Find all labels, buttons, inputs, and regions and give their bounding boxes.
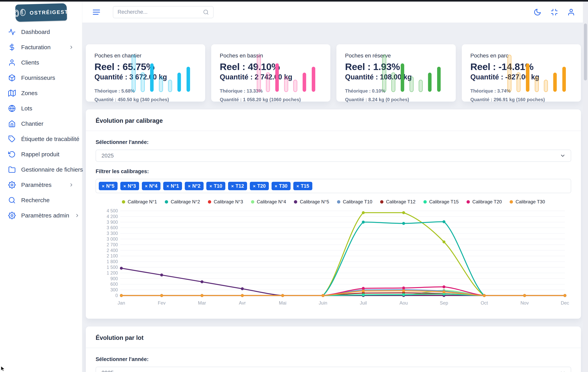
tag-label: T12 [235,184,244,188]
sidebar-item-dashboard[interactable]: Dashboard [0,24,82,40]
calibrage-tag-t30[interactable]: ×T30 [272,182,291,190]
svg-text:1 500: 1 500 [107,265,118,270]
stat-card-quantity-detail: Quantité : 8.24 kg (0 poches) [345,97,447,102]
calibrage-year-select[interactable]: 2025 [96,150,571,162]
remove-tag-icon[interactable]: × [231,184,234,188]
sidebar-item-label: Zones [21,90,37,97]
svg-text:Sep: Sep [440,300,448,306]
legend-item-calibrage-t12[interactable]: Calibrage T12 [380,199,415,205]
legend-label: Calibrage N°1 [128,199,157,205]
topbar-search[interactable] [113,6,214,18]
remove-tag-icon[interactable]: × [166,184,169,188]
remove-tag-icon[interactable]: × [145,184,147,188]
lot-year-value: 2025 [102,370,114,372]
search-input[interactable] [117,9,203,15]
calibrage-tag-t20[interactable]: ×T20 [250,182,269,190]
folder-icon [8,166,16,173]
legend-item-calibrage-n2[interactable]: Calibrage N°2 [165,199,200,205]
sidebar-item-etiquette-de-tracabilite[interactable]: Étiquette de tracabilité [0,131,82,147]
oyster-icon [14,8,26,18]
calibrage-tag-n2[interactable]: ×N°2 [185,182,204,190]
fullscreen-button[interactable] [550,8,558,16]
minimize-icon [550,8,558,16]
mouse-cursor [0,366,6,372]
stat-card-poches-en-parc: Poches en parc Reel : -14.81% Quantité :… [462,44,581,102]
calibrage-tags-box[interactable]: ×N°5×N°3×N°4×N°1×N°2×T10×T12×T20×T30×T15 [96,179,571,193]
svg-text:900: 900 [110,276,118,281]
legend-item-calibrage-t20[interactable]: Calibrage T20 [467,199,502,205]
sidebar-item-label: Clients [21,59,39,66]
sidebar-item-zones[interactable]: Zones [0,86,82,101]
main-content: Poches en chantier Reel : 65.75% Quantit… [82,23,583,372]
calibrage-tag-n1[interactable]: ×N°1 [163,182,182,190]
stat-card-poches-en-bassin: Poches en bassin Reel : 49.10% Quantité … [211,44,331,102]
sidebar-item-lots[interactable]: Lots [0,101,82,116]
stat-card-poches-en-reserve: Poches en réserve Reel : 1.93% Quantité … [336,44,456,102]
legend-item-calibrage-t10[interactable]: Calibrage T10 [337,199,372,205]
legend-item-calibrage-n4[interactable]: Calibrage N°4 [251,199,286,205]
sidebar-item-facturation[interactable]: Facturation [0,40,82,55]
sidebar-item-label: Paramètres admin [21,212,69,219]
calibrage-section: Évolution par calibrage Sélectionner l'a… [86,109,581,319]
lot-section: Évolution par lot Sélectionner l'année: … [86,327,581,372]
svg-text:300: 300 [110,287,118,292]
calibrage-tag-n4[interactable]: ×N°4 [142,182,161,190]
sparkline-bars [253,53,322,93]
svg-text:Juil: Juil [360,300,367,306]
calibrage-tag-n3[interactable]: ×N°3 [120,182,139,190]
legend-item-calibrage-t30[interactable]: Calibrage T30 [510,199,545,205]
sidebar-item-chantier[interactable]: Chantier [0,116,82,131]
sparkline-bars [378,53,448,93]
legend-dot [122,200,125,204]
legend-item-calibrage-n1[interactable]: Calibrage N°1 [122,199,157,205]
scrollbar-track[interactable] [583,1,588,372]
svg-text:3 300: 3 300 [107,231,118,236]
legend-item-calibrage-t15[interactable]: Calibrage T15 [423,199,459,205]
svg-text:Juin: Juin [319,300,327,306]
sidebar-item-label: Étiquette de tracabilité [21,136,79,142]
legend-label: Calibrage T10 [343,199,372,205]
calibrage-year-value: 2025 [102,153,114,159]
window-top-strip [0,0,588,1]
calibrage-filter-label: Filtrer les calibrages: [96,168,571,175]
remove-tag-icon[interactable]: × [102,184,105,188]
logo[interactable]: OSTRÉIGEST [0,1,82,23]
rotate-icon [8,151,16,158]
calibrage-tag-t10[interactable]: ×T10 [206,182,225,190]
svg-text:Oct: Oct [481,300,488,306]
dark-mode-button[interactable] [534,8,541,16]
sidebar: OSTRÉIGEST Dashboard Facturation Clients… [0,1,82,372]
remove-tag-icon[interactable]: × [124,184,126,188]
remove-tag-icon[interactable]: × [188,184,190,188]
map-icon [8,89,16,97]
lot-section-title: Évolution par lot [86,327,581,348]
calibrage-tag-t15[interactable]: ×T15 [293,182,312,190]
legend-item-calibrage-n3[interactable]: Calibrage N°3 [208,199,243,205]
sidebar-item-parametres[interactable]: Paramètres [0,177,82,193]
remove-tag-icon[interactable]: × [253,184,255,188]
sidebar-item-recherche[interactable]: Recherche [0,193,82,208]
remove-tag-icon[interactable]: × [296,184,299,188]
calibrage-tag-t12[interactable]: ×T12 [228,182,247,190]
sidebar-item-fournisseurs[interactable]: Fournisseurs [0,70,82,86]
sidebar-item-gestionnaire-de-fichiers[interactable]: Gestionnaire de fichiers [0,162,82,177]
chevron-right-icon [69,182,74,187]
svg-text:Mar: Mar [198,300,206,306]
svg-text:Aou: Aou [399,300,408,306]
remove-tag-icon[interactable]: × [275,184,277,188]
legend-item-calibrage-n5[interactable]: Calibrage N°5 [294,199,329,205]
chart-legend: Calibrage N°1 Calibrage N°2 Calibrage N°… [96,199,571,205]
calibrage-tag-n5[interactable]: ×N°5 [99,182,117,190]
svg-text:Nov: Nov [520,300,529,306]
gear-icon [8,212,16,219]
remove-tag-icon[interactable]: × [210,184,212,188]
lot-year-select[interactable]: 2025 [96,367,571,372]
sidebar-item-rappel-produit[interactable]: Rappel produit [0,147,82,162]
menu-icon[interactable] [92,8,101,16]
legend-label: Calibrage N°3 [214,199,243,205]
sidebar-item-clients[interactable]: Clients [0,55,82,70]
profile-button[interactable] [567,8,575,16]
scrollbar-thumb[interactable] [584,23,587,80]
svg-text:Avr: Avr [239,300,246,306]
sidebar-item-parametres-admin[interactable]: Paramètres admin [0,208,82,223]
